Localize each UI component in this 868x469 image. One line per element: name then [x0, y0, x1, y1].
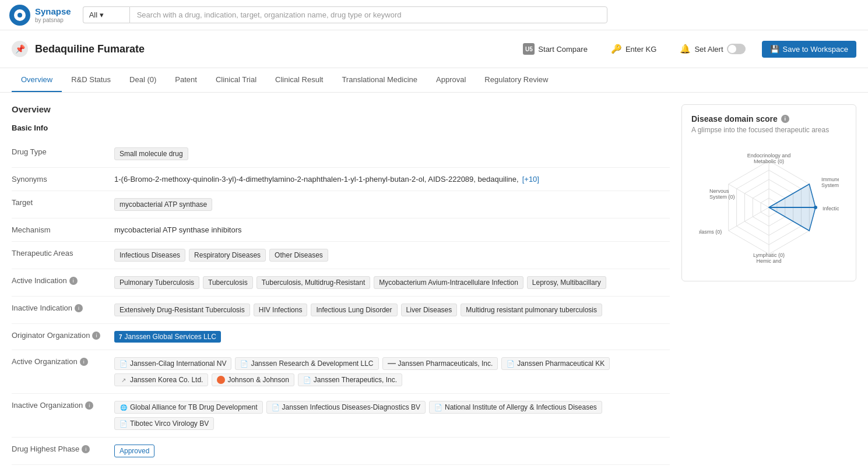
- info-icon[interactable]: i: [92, 332, 100, 340]
- info-value: Extensively Drug-Resistant TuberculosisH…: [114, 304, 670, 316]
- info-icon[interactable]: i: [75, 304, 83, 312]
- tab-r-d-status[interactable]: R&D Status: [62, 68, 120, 92]
- info-row: Mechanismmycobacterial ATP synthase inhi…: [12, 218, 670, 242]
- info-row: Inactive Organizationi🌐Global Alliance f…: [12, 394, 670, 438]
- tag: Infectious Lung Disorder: [311, 304, 397, 316]
- info-value: mycobacterial ATP synthase inhibitors: [114, 225, 670, 234]
- org-tag[interactable]: ↗Janssen Korea Co. Ltd.: [114, 373, 208, 386]
- svg-text:Metabolic (0): Metabolic (0): [754, 158, 784, 164]
- tab-overview[interactable]: Overview: [12, 68, 62, 92]
- alert-icon: 🔔: [680, 44, 691, 54]
- tag: HIV Infections: [254, 304, 308, 316]
- svg-text:Lymphatic (0): Lymphatic (0): [753, 252, 785, 258]
- org-row: 🌐Global Alliance for TB Drug Development…: [114, 401, 670, 430]
- disease-panel-info-icon[interactable]: i: [781, 115, 789, 123]
- enter-kg-button[interactable]: 🔑 Enter KG: [604, 40, 663, 58]
- info-text: mycobacterial ATP synthase inhibitors: [114, 225, 241, 234]
- tab-bar: OverviewR&D StatusDeal (0)PatentClinical…: [0, 68, 868, 93]
- info-label: Mechanism: [12, 225, 105, 234]
- tag: Mycobacterium Avium-Intracellulare Infec…: [374, 276, 523, 289]
- save-to-workspace-button[interactable]: 💾 Save to Workspace: [762, 41, 856, 58]
- info-row: Active IndicationiPulmonary Tuberculosis…: [12, 269, 670, 297]
- document-icon: ↗: [120, 376, 128, 384]
- org-tag[interactable]: Janssen Pharmaceuticals, Inc.: [382, 357, 498, 370]
- info-label: Inactive Organizationi: [12, 401, 105, 410]
- org-name: Janssen Therapeutics, Inc.: [314, 376, 397, 384]
- svg-text:Hemic and: Hemic and: [756, 258, 781, 264]
- kg-icon: 🔑: [611, 44, 622, 54]
- org-name: Global Alliance for TB Drug Development: [130, 403, 258, 411]
- search-filter[interactable]: All ▾: [83, 6, 129, 23]
- compare-icon: U5: [523, 43, 535, 55]
- main-content: Overview Basic Info Drug TypeSmall molec…: [0, 93, 868, 469]
- org-tag[interactable]: Johnson & Johnson: [212, 373, 294, 386]
- info-icon[interactable]: i: [82, 445, 90, 453]
- info-label: Drug Type: [12, 147, 105, 156]
- tab-clinical-trial[interactable]: Clinical Trial: [206, 68, 266, 92]
- tab-translational-medicine[interactable]: Translational Medicine: [332, 68, 427, 92]
- info-icon[interactable]: i: [80, 358, 88, 366]
- alert-toggle[interactable]: [727, 44, 746, 54]
- svg-text:Nervous: Nervous: [709, 188, 729, 194]
- info-row: Inactive IndicationiExtensively Drug-Res…: [12, 297, 670, 324]
- org-tag[interactable]: 📄Janssen Infectious Diseases-Diagnostics…: [266, 401, 426, 414]
- document-icon: 📄: [120, 419, 128, 428]
- svg-point-13: [814, 206, 817, 209]
- originator-name: Janssen Global Services LLC: [125, 333, 216, 341]
- org-tag[interactable]: 📄Tibotec Virco Virology BV: [114, 417, 214, 430]
- logo: Synapse by patsnap: [9, 5, 71, 26]
- tag: Leprosy, Multibacillary: [527, 276, 606, 289]
- tag: Extensively Drug-Resistant Tuberculosis: [114, 304, 250, 316]
- tag: Tuberculosis: [203, 276, 253, 289]
- tag: Tuberculosis, Multidrug-Resistant: [256, 276, 371, 289]
- org-tag[interactable]: 📄Janssen Research & Development LLC: [235, 357, 378, 370]
- org-name: Janssen Pharmaceutical KK: [517, 359, 605, 368]
- info-label: Active Indicationi: [12, 276, 105, 285]
- svg-text:Endocrinology and: Endocrinology and: [747, 153, 791, 158]
- approved-tag: Approved: [114, 445, 154, 457]
- synonyms-text: 1-(6-Bromo-2-methoxy-quinolin-3-yl)-4-di…: [114, 175, 519, 184]
- svg-text:Infectious (5): Infectious (5): [823, 206, 839, 211]
- info-row: Drug Highest PhaseiApproved: [12, 438, 670, 465]
- info-icon[interactable]: i: [85, 401, 93, 410]
- logo-icon: [9, 5, 30, 26]
- info-label: Active Organizationi: [12, 357, 105, 366]
- tab-deal--0-[interactable]: Deal (0): [120, 68, 166, 92]
- svg-text:Neoplasms (0): Neoplasms (0): [699, 229, 722, 235]
- org-tag[interactable]: 🌐Global Alliance for TB Drug Development: [114, 401, 263, 414]
- info-icon[interactable]: i: [69, 277, 78, 285]
- info-label: Target: [12, 198, 105, 207]
- search-input[interactable]: Search with a drug, indication, target, …: [129, 6, 607, 23]
- info-rows: Drug TypeSmall molecule drugSynonyms1-(6…: [12, 140, 670, 465]
- svg-text:Immune: Immune: [821, 177, 839, 182]
- tag: Pulmonary Tuberculosis: [114, 276, 199, 289]
- basic-info-title: Basic Info: [12, 124, 670, 132]
- info-row: Originator Organizationi7Janssen Global …: [12, 324, 670, 350]
- org-tag[interactable]: 📄Janssen Therapeutics, Inc.: [298, 373, 402, 386]
- set-alert-button[interactable]: 🔔 Set Alert: [673, 40, 752, 58]
- org-name: Janssen-Cilag International NV: [130, 359, 226, 368]
- info-row: Active Organizationi📄Janssen-Cilag Inter…: [12, 350, 670, 394]
- org-tag[interactable]: 📄Janssen Pharmaceutical KK: [501, 357, 610, 370]
- start-compare-button[interactable]: U5 Start Compare: [516, 40, 595, 58]
- document-icon: 📄: [240, 359, 248, 368]
- info-label: Inactive Indicationi: [12, 304, 105, 312]
- tab-approval[interactable]: Approval: [427, 68, 475, 92]
- synonyms-more-link[interactable]: [+10]: [522, 175, 539, 184]
- tab-regulatory-review[interactable]: Regulatory Review: [475, 68, 557, 92]
- jnj-icon: [217, 376, 225, 384]
- org-tag[interactable]: 📄Janssen-Cilag International NV: [114, 357, 231, 370]
- header-actions: U5 Start Compare 🔑 Enter KG 🔔 Set Alert …: [516, 40, 856, 58]
- drug-header: 📌 Bedaquiline Fumarate U5 Start Compare …: [0, 30, 868, 68]
- org-name: Janssen Pharmaceuticals, Inc.: [398, 359, 493, 368]
- tab-clinical-result[interactable]: Clinical Result: [266, 68, 332, 92]
- tab-patent[interactable]: Patent: [166, 68, 206, 92]
- logo-name: Synapse: [35, 6, 71, 17]
- info-label: Therapeutic Areas: [12, 249, 105, 258]
- info-value: 1-(6-Bromo-2-methoxy-quinolin-3-yl)-4-di…: [114, 175, 670, 184]
- org-name: Janssen Research & Development LLC: [251, 359, 373, 368]
- org-tag[interactable]: 📄National Institute of Allergy & Infecti…: [429, 401, 602, 414]
- info-value: 7Janssen Global Services LLC: [114, 331, 670, 343]
- org-row: 📄Janssen-Cilag International NV📄Janssen …: [114, 357, 670, 386]
- top-nav: Synapse by patsnap All ▾ Search with a d…: [0, 0, 868, 30]
